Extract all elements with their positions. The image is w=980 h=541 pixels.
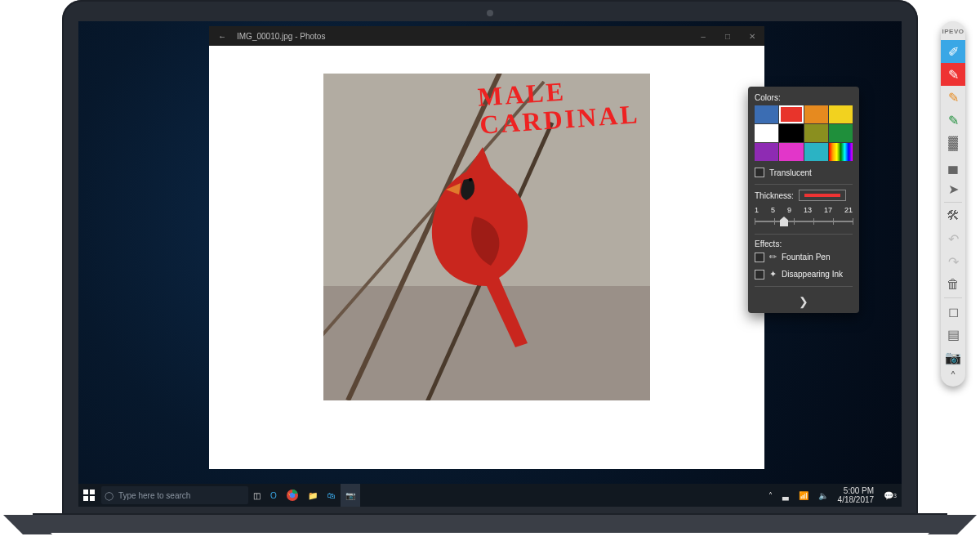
thickness-ticks: 159131721 — [755, 206, 853, 214]
fountain-pen-checkbox[interactable] — [755, 253, 764, 262]
color-swatch[interactable] — [829, 105, 853, 123]
battery-icon[interactable]: ▃ — [777, 484, 794, 507]
multi-board-button[interactable]: ▤ — [941, 323, 965, 346]
pen-settings-popup: Colors: Translucent Thickness: 159131721… — [748, 87, 859, 313]
store-icon[interactable]: 🛍 — [323, 484, 341, 507]
taskbar-search[interactable]: ◯ Type here to search — [101, 486, 248, 504]
disappearing-ink-icon: ✦ — [769, 269, 777, 279]
thickness-tick-label: 17 — [824, 206, 832, 214]
color-swatch[interactable] — [755, 105, 778, 123]
action-center-icon[interactable]: 💬3 — [879, 484, 902, 507]
toolbar-separator-2 — [944, 297, 962, 298]
tray-chevron-icon[interactable]: ˄ — [764, 484, 777, 507]
toolbox-button[interactable]: 🛠 — [941, 204, 965, 227]
color-swatch[interactable] — [804, 143, 828, 161]
draw-mode-button[interactable]: ✐ — [941, 40, 965, 63]
photos-taskbar-icon[interactable]: 📷 — [341, 484, 360, 507]
camera-button[interactable]: 📷 — [941, 346, 965, 369]
cursor-tool-button[interactable]: ➤ — [941, 177, 965, 200]
fountain-pen-icon: ✏ — [769, 252, 777, 262]
disappearing-ink-label: Disappearing Ink — [782, 270, 843, 279]
whiteboard-button[interactable]: ◻ — [941, 300, 965, 323]
thickness-label: Thickness: — [755, 191, 794, 200]
thickness-tick-label: 5 — [771, 206, 775, 214]
volume-icon[interactable]: 🔈 — [813, 484, 833, 507]
svg-rect-7 — [90, 490, 95, 494]
window-title: IMG_00010.jpg - Photos — [230, 32, 325, 41]
svg-point-5 — [469, 178, 472, 181]
task-view-button[interactable]: ◫ — [248, 484, 265, 507]
cortana-icon: ◯ — [105, 491, 114, 500]
translucent-label: Translucent — [769, 168, 812, 177]
thickness-tick-label: 21 — [844, 206, 853, 214]
color-swatch[interactable] — [755, 143, 778, 161]
wifi-icon[interactable]: 📶 — [794, 484, 813, 507]
desktop-screen: ← IMG_00010.jpg - Photos – □ ✕ — [78, 21, 902, 507]
colors-label: Colors: — [755, 93, 853, 102]
green-pen-tool-button[interactable]: ✎ — [941, 109, 965, 132]
svg-rect-6 — [83, 490, 88, 494]
thickness-preview — [799, 190, 846, 201]
hand-annotation: MALE CARDINAL — [477, 73, 641, 139]
disappearing-ink-checkbox[interactable] — [755, 270, 764, 279]
search-placeholder: Type here to search — [118, 491, 190, 500]
color-swatch[interactable] — [829, 143, 853, 161]
color-swatches — [755, 105, 853, 161]
color-swatch[interactable] — [804, 124, 828, 142]
color-swatch[interactable] — [755, 124, 778, 142]
maximize-button[interactable]: □ — [715, 32, 740, 41]
thickness-tick-label: 1 — [755, 206, 759, 214]
redo-button[interactable]: ↷ — [941, 250, 965, 273]
undo-button[interactable]: ↶ — [941, 227, 965, 250]
clock-date: 4/18/2017 — [838, 495, 875, 504]
color-swatch[interactable] — [829, 124, 853, 142]
ipevo-toolbar: IPEVO ✐ ✎ ✎ ✎ ▓ ▄ ➤ 🛠 ↶ ↷ 🗑 ◻ ▤ 📷 ˄ — [941, 21, 965, 387]
laptop-base — [33, 513, 947, 533]
photos-app-window: ← IMG_00010.jpg - Photos – □ ✕ — [209, 26, 764, 469]
back-button[interactable]: ← — [214, 32, 230, 41]
toolbar-separator — [944, 202, 962, 203]
trash-button[interactable]: 🗑 — [941, 273, 965, 296]
svg-rect-9 — [90, 496, 95, 501]
thickness-thumb[interactable] — [780, 217, 788, 226]
color-swatch[interactable] — [779, 105, 803, 123]
thickness-slider[interactable] — [755, 216, 853, 227]
chrome-icon[interactable] — [282, 484, 303, 507]
translucent-checkbox[interactable] — [755, 168, 764, 177]
edge-icon[interactable]: O — [265, 484, 282, 507]
highlighter-tool-button[interactable]: ✎ — [941, 86, 965, 109]
fountain-pen-label: Fountain Pen — [782, 253, 831, 262]
svg-rect-8 — [83, 496, 88, 501]
file-explorer-icon[interactable]: 📁 — [303, 484, 323, 507]
collapse-toolbar-button[interactable]: ˄ — [941, 369, 965, 385]
eraser-tool-button[interactable]: ▄ — [941, 154, 965, 177]
photo-canvas[interactable]: MALE CARDINAL — [209, 46, 764, 469]
photos-titlebar: ← IMG_00010.jpg - Photos – □ ✕ — [209, 26, 764, 46]
color-swatch[interactable] — [779, 143, 803, 161]
thickness-tick-label: 13 — [804, 206, 812, 214]
windows-taskbar: ◯ Type here to search ◫ O 📁 🛍 📷 ˄ ▃ 📶 🔈 … — [78, 484, 902, 507]
color-swatch[interactable] — [779, 124, 803, 142]
thickness-tick-label: 9 — [787, 206, 791, 214]
stamp-tool-button[interactable]: ▓ — [941, 132, 965, 154]
notification-count: 3 — [893, 493, 897, 499]
color-swatch[interactable] — [804, 105, 828, 123]
next-page-button[interactable]: ❯ — [755, 292, 853, 310]
ipevo-brand: IPEVO — [942, 25, 964, 40]
webcam-dot — [487, 10, 493, 16]
clock-time: 5:00 PM — [838, 486, 875, 495]
pen-tool-button[interactable]: ✎ — [941, 63, 965, 86]
taskbar-clock[interactable]: 5:00 PM 4/18/2017 — [833, 486, 880, 504]
effects-label: Effects: — [755, 239, 853, 248]
close-button[interactable]: ✕ — [740, 32, 764, 41]
start-button[interactable] — [78, 484, 100, 507]
minimize-button[interactable]: – — [691, 32, 715, 41]
